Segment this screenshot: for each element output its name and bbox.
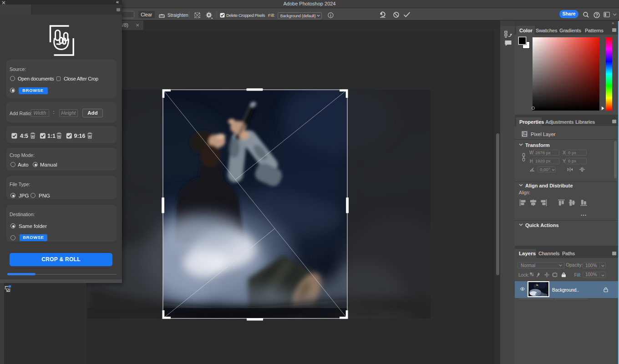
svg-text:4:5: 4:5 bbox=[20, 133, 28, 139]
svg-text:9:16: 9:16 bbox=[74, 133, 86, 139]
svg-text:1:1: 1:1 bbox=[47, 133, 56, 139]
